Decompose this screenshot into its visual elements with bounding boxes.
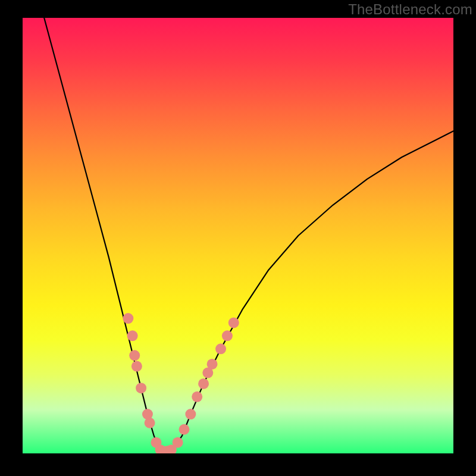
data-marker (192, 392, 202, 402)
data-marker (127, 330, 138, 341)
data-marker (222, 330, 233, 341)
data-marker (173, 437, 183, 448)
data-marker (198, 378, 209, 389)
chart-frame: TheBottleneck.com (0, 0, 476, 476)
data-marker (129, 350, 140, 361)
data-marker (136, 383, 146, 393)
watermark-text: TheBottleneck.com (348, 1, 472, 18)
data-marker (131, 361, 142, 372)
data-marker (207, 359, 218, 369)
data-marker (145, 418, 155, 428)
data-marker (215, 343, 226, 354)
data-marker (123, 313, 133, 324)
data-marker (179, 424, 190, 435)
data-marker (185, 409, 196, 419)
plot-area (23, 18, 453, 453)
data-marker (228, 317, 239, 328)
chart-svg (23, 18, 453, 453)
bottleneck-curve (44, 18, 453, 451)
